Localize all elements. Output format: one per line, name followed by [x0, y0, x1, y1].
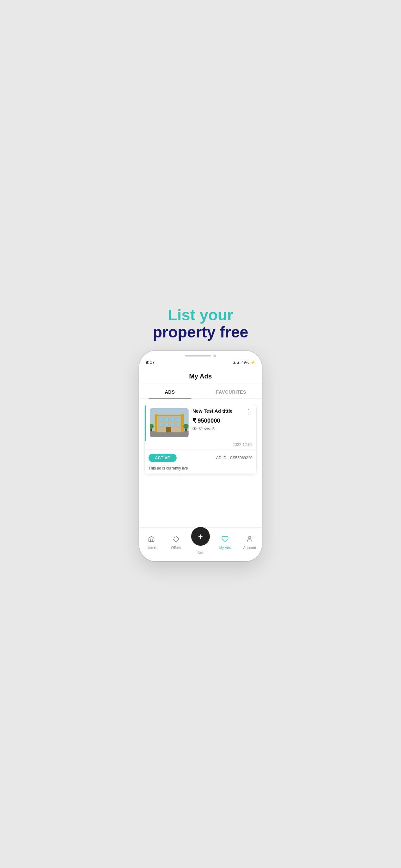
- svg-point-18: [183, 424, 189, 429]
- ad-title-row: New Test Ad tittle ⋮: [192, 408, 252, 415]
- phone-notch-bar: [139, 351, 262, 359]
- myads-icon: [221, 535, 228, 545]
- ad-card-top: New Test Ad tittle ⋮ ₹ 9500000 👁 Views: …: [145, 404, 256, 441]
- svg-rect-7: [176, 418, 180, 421]
- svg-point-20: [248, 536, 251, 538]
- page-header: My Ads: [139, 368, 262, 384]
- account-icon: [246, 535, 253, 545]
- svg-rect-12: [166, 427, 171, 432]
- notch-pill: [185, 355, 211, 356]
- nav-home-label: Home: [147, 546, 156, 550]
- views-count: Views: 5: [199, 426, 215, 431]
- svg-rect-3: [156, 414, 182, 416]
- nav-offers-label: Offers: [171, 546, 181, 550]
- ad-card-bottom: ACTIVE AD ID - CS55989220: [145, 450, 256, 466]
- ad-menu-button[interactable]: ⋮: [244, 408, 252, 415]
- tab-favourites[interactable]: FAVOURITES: [201, 384, 262, 399]
- active-badge: ACTIVE: [149, 454, 177, 462]
- status-time: 9:17: [146, 360, 155, 365]
- ad-id: AD ID - CS55989220: [216, 456, 252, 460]
- battery-level: 49%: [242, 360, 249, 365]
- plus-icon: +: [198, 532, 203, 540]
- sell-fab-button[interactable]: +: [191, 527, 210, 546]
- nav-myads-label: My Ads: [219, 546, 231, 550]
- home-icon: [148, 535, 155, 545]
- notch-dot: [213, 354, 216, 357]
- offers-icon: [173, 535, 180, 545]
- eye-icon: 👁: [192, 426, 197, 431]
- ad-details: New Test Ad tittle ⋮ ₹ 9500000 👁 Views: …: [192, 408, 252, 437]
- nav-account-label: Account: [243, 546, 256, 550]
- phone-frame: 9:17 ▲▲ 49% ⚡ My Ads ADS FAVOURITES: [139, 351, 262, 561]
- page-title: My Ads: [146, 373, 255, 380]
- tab-ads[interactable]: ADS: [139, 384, 201, 399]
- ad-live-text: This ad is currently live: [145, 466, 256, 474]
- svg-rect-8: [159, 423, 163, 426]
- svg-rect-4: [159, 418, 163, 421]
- nav-myads[interactable]: My Ads: [213, 535, 237, 550]
- svg-rect-5: [165, 418, 168, 421]
- svg-rect-10: [171, 423, 174, 426]
- ad-date: 2022-12-09: [145, 441, 256, 450]
- svg-rect-9: [165, 423, 168, 426]
- bottom-nav: Home Offers + Sell: [139, 527, 262, 561]
- signal-icon: ▲▲: [233, 360, 240, 365]
- phone-content: My Ads ADS FAVOURITES: [139, 368, 262, 561]
- promo-title: List your property free: [153, 307, 248, 341]
- status-right: ▲▲ 49% ⚡: [233, 360, 255, 365]
- tabs-row: ADS FAVOURITES: [139, 384, 262, 399]
- nav-offers[interactable]: Offers: [164, 535, 188, 550]
- promo-line2: property free: [153, 324, 248, 341]
- nav-sell-label: Sell: [197, 551, 204, 555]
- sell-fab-wrapper: + Sell: [188, 530, 213, 555]
- svg-rect-14: [181, 414, 184, 432]
- svg-rect-6: [171, 418, 174, 421]
- ad-price: ₹ 9500000: [192, 417, 252, 424]
- ad-title: New Test Ad tittle: [192, 408, 244, 414]
- outer-wrapper: List your property free 9:17 ▲▲ 49% ⚡ My…: [120, 307, 281, 561]
- ads-list: New Test Ad tittle ⋮ ₹ 9500000 👁 Views: …: [139, 399, 262, 527]
- status-bar: 9:17 ▲▲ 49% ⚡: [139, 359, 262, 368]
- ad-card[interactable]: New Test Ad tittle ⋮ ₹ 9500000 👁 Views: …: [144, 404, 257, 475]
- promo-line1: List your: [153, 307, 248, 324]
- svg-rect-13: [155, 414, 157, 432]
- svg-rect-11: [176, 423, 180, 426]
- battery-icon: ⚡: [251, 360, 255, 365]
- ad-image: [150, 408, 189, 437]
- nav-account[interactable]: Account: [237, 535, 262, 550]
- nav-home[interactable]: Home: [139, 535, 164, 550]
- ad-views: 👁 Views: 5: [192, 426, 252, 431]
